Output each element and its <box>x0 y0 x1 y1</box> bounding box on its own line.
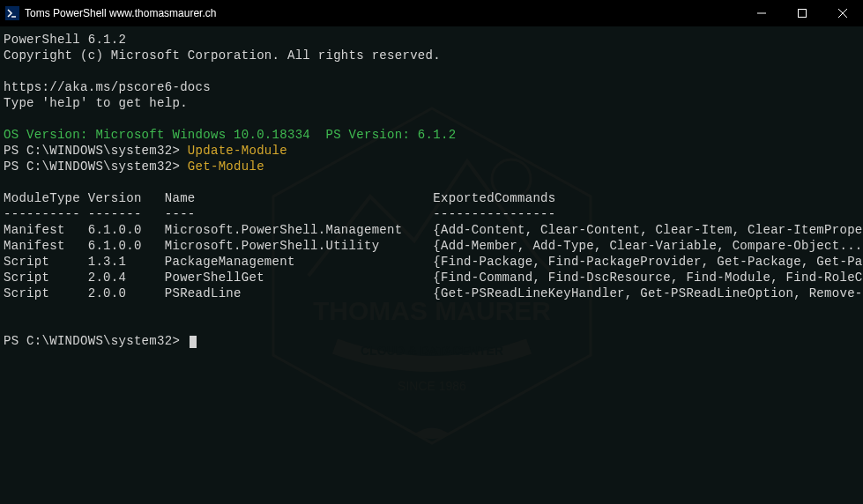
command: Get-Module <box>188 159 264 174</box>
table-divider: ---------- ------- ---- ---------------- <box>4 206 859 222</box>
table-row: Manifest 6.1.0.0 Microsoft.PowerShell.Ma… <box>4 222 859 238</box>
table-row: Script 1.3.1 PackageManagement {Find-Pac… <box>4 254 859 270</box>
prompt-line-1: PS C:\WINDOWS\system32> Update-Module <box>4 143 859 159</box>
terminal-output[interactable]: PowerShell 6.1.2 Copyright (c) Microsoft… <box>0 26 863 354</box>
blank-line <box>4 174 859 190</box>
powershell-icon <box>5 6 19 20</box>
svg-rect-3 <box>799 10 807 18</box>
blank-line <box>4 63 859 79</box>
cursor <box>190 336 197 348</box>
prompt-line-2: PS C:\WINDOWS\system32> Get-Module <box>4 159 859 174</box>
maximize-button[interactable] <box>782 0 822 26</box>
os-version-line: OS Version: Microsoft Windows 10.0.18334… <box>4 127 859 143</box>
copyright-line: Copyright (c) Microsoft Corporation. All… <box>4 48 859 63</box>
table-row: Script 2.0.4 PowerShellGet {Find-Command… <box>4 270 859 285</box>
svg-text:SINCE 1986: SINCE 1986 <box>398 379 466 393</box>
prompt-line-3: PS C:\WINDOWS\system32> <box>4 333 859 349</box>
blank-line <box>4 317 859 333</box>
command: Update-Module <box>188 144 287 158</box>
help-hint-line: Type 'help' to get help. <box>4 95 859 111</box>
window-controls <box>741 0 863 26</box>
table-header: ModuleType Version Name ExportedCommands <box>4 190 859 206</box>
minimize-button[interactable] <box>741 0 782 26</box>
blank-line <box>4 301 859 317</box>
window-title: Toms PowerShell www.thomasmaurer.ch <box>25 7 741 19</box>
prompt: PS C:\WINDOWS\system32> <box>4 144 188 158</box>
close-button[interactable] <box>822 0 863 26</box>
version-line: PowerShell 6.1.2 <box>4 32 859 48</box>
prompt: PS C:\WINDOWS\system32> <box>4 159 188 174</box>
table-row: Script 2.0.0 PSReadLine {Get-PSReadLineK… <box>4 285 859 301</box>
prompt: PS C:\WINDOWS\system32> <box>4 334 188 348</box>
titlebar: Toms PowerShell www.thomasmaurer.ch <box>0 0 863 26</box>
docs-url-line: https://aka.ms/pscore6-docs <box>4 79 859 95</box>
blank-line <box>4 111 859 127</box>
table-row: Manifest 6.1.0.0 Microsoft.PowerShell.Ut… <box>4 238 859 254</box>
